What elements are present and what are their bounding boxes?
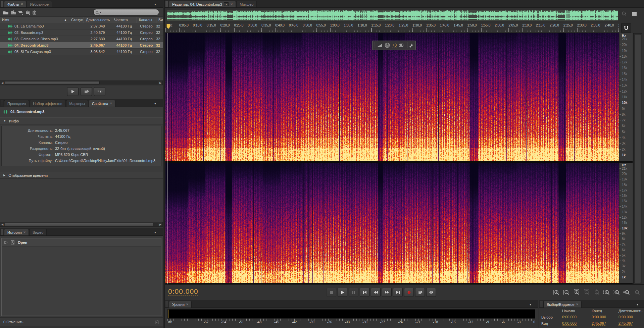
play-button[interactable] [338,288,347,297]
zoom-out-amplitude-button[interactable] [561,288,571,297]
file-row[interactable]: 04. Descontrol.mp32:45.06744100 ГцСтерео… [0,42,163,49]
scroll-right-icon[interactable]: ▶ [158,223,162,226]
properties-tab-markers[interactable]: Маркеры [66,100,89,107]
zoom-in-right-selection-button[interactable] [612,288,621,297]
panel-menu-icon[interactable]: ▼ [154,231,163,234]
loop-button[interactable] [81,87,92,96]
skip-to-start-button[interactable] [360,288,369,297]
trash-icon[interactable] [155,320,159,324]
panel-menu-icon[interactable]: ▼ [154,102,163,105]
time-display[interactable]: 0:00.000 [168,287,198,296]
properties-tab-explorer[interactable]: Проводник [4,100,29,107]
panel-menu-icon[interactable]: ▼ [636,303,644,306]
levels-tab-levels[interactable]: Уровни× [169,301,192,308]
rewind-button[interactable] [371,288,381,297]
panel-grip-icon[interactable] [1,1,3,7]
history-tab-history[interactable]: История× [4,229,29,235]
close-icon[interactable]: × [186,303,188,306]
selection-duration-value[interactable]: 2:45.067 [618,321,633,326]
selection-end-value[interactable]: 2:45.067 [592,321,606,326]
level-meter[interactable] [167,309,535,319]
close-icon[interactable]: × [110,102,112,105]
selection-end-value[interactable]: 0:00.000 [592,315,606,319]
skip-to-end-button[interactable] [393,288,403,297]
meter-scale-label: -3 [517,320,521,324]
spectrogram-left-channel[interactable] [165,33,619,161]
properties-tab-effects-rack[interactable]: Набор эффектов [30,100,65,107]
hud-grip[interactable] [375,43,375,48]
zoom-to-selection-button[interactable] [622,288,631,297]
panel-grip-icon[interactable] [165,302,168,307]
batch-process-button[interactable] [25,10,31,15]
record-button[interactable] [404,288,414,297]
expand-triangle-icon[interactable]: ▶ [3,174,5,177]
column-header-status[interactable]: Статус [69,17,84,23]
import-file-button[interactable] [10,10,16,15]
scroll-right-icon[interactable]: ▶ [158,81,162,85]
insert-multitrack-button[interactable] [18,10,23,15]
play-button[interactable] [67,87,79,96]
editor-vscrollbar[interactable] [633,33,642,284]
search-input[interactable] [103,10,157,15]
file-row[interactable]: 01. La Cama.mp32:37.04844100 ГцСтерео32 [0,23,163,30]
column-header-bits[interactable]: Би [156,17,163,23]
pin-icon[interactable] [409,43,413,48]
history-item[interactable]: Open [2,238,161,247]
waveform-overview[interactable] [167,10,618,21]
panel-grip-icon[interactable] [1,229,3,235]
skip-selection-button[interactable] [426,288,436,297]
gain-knob-icon[interactable] [384,42,390,48]
loop-playback-button[interactable] [415,288,425,297]
zoom-in-time-button[interactable] [572,288,581,297]
files-tab-files[interactable]: Файлы× [4,1,26,7]
panel-menu-icon[interactable]: ▼ [529,303,538,306]
scroll-left-icon[interactable]: ◀ [0,81,4,85]
search-box[interactable]: ▼ [93,9,159,15]
file-row[interactable]: 03. Gatas en la Disco.mp32:27.33044100 Г… [0,36,163,42]
history-tab-video[interactable]: Видео [29,229,47,235]
files-hscrollbar[interactable]: ◀ ▶ [0,80,163,85]
snap-toggle-button[interactable] [621,23,631,33]
gain-value[interactable]: +0 [392,43,397,48]
column-header-duration[interactable]: Длительность [84,17,112,23]
info-section-header[interactable]: ▼ Инфо [0,117,163,124]
time-display-section-header[interactable]: ▶ Отображение времени [0,172,163,179]
editor-tab-editor[interactable]: Редактор: 04. Descontrol.mp3▼× [169,1,236,7]
zoom-in-left-selection-button[interactable] [602,288,611,297]
search-dropdown-icon[interactable]: ▼ [99,11,102,13]
timeline-ruler[interactable]: чмс0:05,00:10,00:15,00:20,00:25,00:30,00… [165,23,619,33]
panel-grip-icon[interactable] [1,101,3,106]
file-row[interactable]: 05. Si Tu Guayas.mp33:08.34244100 ГцСтер… [0,49,163,55]
auto-play-button[interactable] [94,87,105,96]
properties-hscrollbar[interactable]: ◀ ▶ [0,222,163,227]
fast-forward-button[interactable] [382,288,392,297]
display-mode-icon[interactable] [632,12,637,16]
column-header-name[interactable]: Имя▲ [0,17,69,23]
files-tab-favorites[interactable]: Избранное [27,1,52,7]
scroll-left-icon[interactable]: ◀ [0,223,4,226]
column-header-rate[interactable]: Частота [112,17,137,23]
panel-grip-icon[interactable] [540,302,543,307]
column-header-channels[interactable]: Каналы [137,17,156,23]
properties-tab-properties[interactable]: Свойства× [89,100,115,107]
gain-hud[interactable]: +0 dB [372,41,416,50]
close-icon[interactable]: × [21,2,23,6]
close-icon[interactable]: × [231,2,233,6]
file-row[interactable]: 02. Buscarte.mp32:40.67944100 ГцСтерео32 [0,30,163,36]
close-icon[interactable]: × [23,230,26,234]
selection-tab-selection-view[interactable]: Выбор/Видимое× [543,301,582,308]
files-table-header[interactable]: Имя▲СтатусДлительностьЧастотаКаналыБи [0,17,163,23]
trash-button[interactable] [32,10,37,15]
selection-start-value[interactable]: 0:00.000 [562,321,577,326]
panel-grip-icon[interactable] [165,1,168,7]
panel-menu-icon[interactable]: ▼ [154,3,163,6]
dropdown-icon[interactable]: ▼ [224,2,229,6]
open-file-button[interactable] [3,10,9,15]
zoom-in-amplitude-button[interactable] [551,288,560,297]
editor-tab-mixer[interactable]: Микшер [236,1,257,7]
close-icon[interactable]: × [576,303,578,306]
collapse-triangle-icon[interactable]: ▼ [3,119,6,122]
spectrogram-right-channel[interactable] [165,163,619,283]
selection-duration-value[interactable]: 0:00.000 [618,315,633,319]
selection-start-value[interactable]: 0:00.000 [562,315,577,319]
